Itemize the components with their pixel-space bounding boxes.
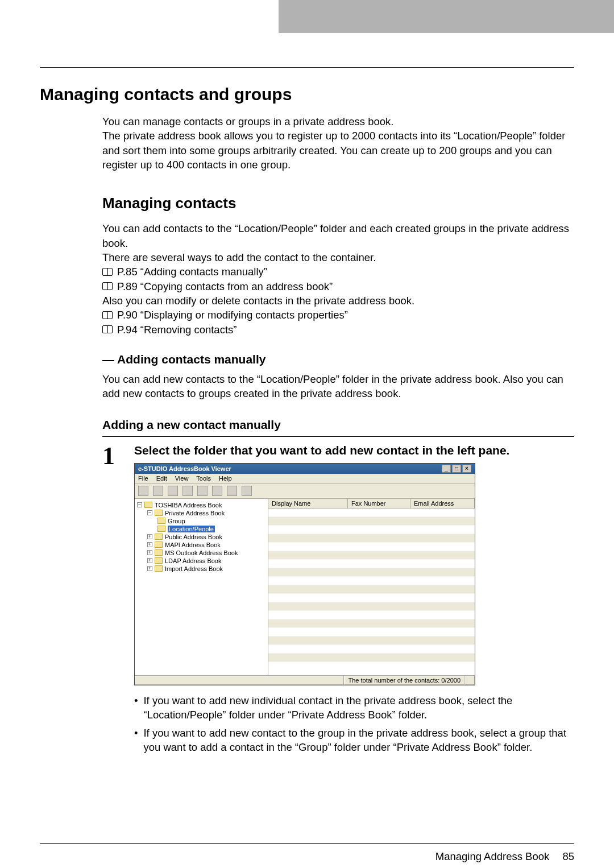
- bullet-item: If you want to add new individual contac…: [134, 693, 574, 722]
- menu-item[interactable]: Edit: [156, 475, 167, 482]
- toolbar-icon[interactable]: [153, 486, 163, 496]
- tree-item[interactable]: +Import Address Book: [137, 565, 265, 573]
- paragraph: Also you can modify or delete contacts i…: [102, 294, 574, 308]
- paragraph: There are several ways to add the contac…: [102, 250, 574, 264]
- column-header[interactable]: Display Name: [268, 499, 348, 508]
- page-footer: Managing Address Book 85: [40, 843, 574, 863]
- menu-item[interactable]: Help: [219, 475, 232, 482]
- column-header[interactable]: Fax Number: [348, 499, 410, 508]
- book-icon: [102, 325, 113, 333]
- intro-paragraph: You can manage contacts or groups in a p…: [102, 114, 574, 172]
- tree-item[interactable]: +Public Address Book: [137, 533, 265, 541]
- menu-bar: File Edit View Tools Help: [135, 474, 475, 483]
- status-bar: The total number of the contacts: 0/2000: [135, 675, 475, 685]
- toolbar-icon[interactable]: [242, 486, 252, 496]
- step-divider: [102, 436, 574, 437]
- tree-item[interactable]: +MAPI Address Book: [137, 541, 265, 549]
- crossref-text: P.89 “Copying contacts from an address b…: [117, 279, 333, 294]
- procedure-h4: Adding a new contact manually: [102, 418, 574, 432]
- close-button[interactable]: ×: [462, 465, 471, 473]
- book-icon: [102, 311, 113, 319]
- subsection-h3: — Adding contacts manually: [102, 353, 574, 366]
- list-rows: [268, 509, 475, 662]
- menu-item[interactable]: Tools: [196, 475, 211, 482]
- toolbar-icon[interactable]: [168, 486, 178, 496]
- crossref-text: P.94 “Removing contacts”: [117, 323, 237, 337]
- toolbar: [135, 483, 475, 499]
- minimize-button[interactable]: _: [442, 465, 451, 473]
- tree-item-selected[interactable]: Location/People: [137, 525, 265, 533]
- step-title: Select the folder that you want to add n…: [134, 444, 574, 457]
- window-title: e-STUDIO AddressBook Viewer: [138, 465, 231, 472]
- footer-label: Managing Address Book: [435, 850, 550, 862]
- crossref: P.85 “Adding contacts manually”: [102, 264, 574, 279]
- book-icon: [102, 268, 113, 276]
- window-titlebar[interactable]: e-STUDIO AddressBook Viewer _ □ ×: [135, 464, 475, 474]
- tree-item[interactable]: Group: [137, 517, 265, 525]
- crossref-text: P.90 “Displaying or modifying contacts p…: [117, 308, 348, 322]
- tree-pane[interactable]: −TOSHIBA Address Book −Private Address B…: [135, 499, 268, 675]
- menu-item[interactable]: View: [175, 475, 189, 482]
- toolbar-icon[interactable]: [212, 486, 222, 496]
- menu-item[interactable]: File: [138, 475, 148, 482]
- crossref: P.89 “Copying contacts from an address b…: [102, 279, 574, 294]
- top-divider: [40, 67, 574, 68]
- toolbar-icon[interactable]: [138, 486, 148, 496]
- toolbar-icon[interactable]: [197, 486, 208, 496]
- bullet-item: If you want to add new contact to the gr…: [134, 726, 574, 755]
- tree-item[interactable]: −Private Address Book: [137, 509, 265, 517]
- crossref: P.90 “Displaying or modifying contacts p…: [102, 308, 574, 322]
- tree-item[interactable]: +LDAP Address Book: [137, 557, 265, 565]
- header-band: [0, 0, 614, 33]
- toolbar-icon[interactable]: [227, 486, 237, 496]
- page-heading-h1: Managing contacts and groups: [40, 85, 574, 104]
- list-pane[interactable]: Display Name Fax Number Email Address: [268, 499, 475, 675]
- crossref: P.94 “Removing contacts”: [102, 323, 574, 337]
- crossref-text: P.85 “Adding contacts manually”: [117, 264, 267, 279]
- section-h2: Managing contacts: [102, 195, 574, 212]
- tree-item[interactable]: −TOSHIBA Address Book: [137, 501, 265, 509]
- maximize-button[interactable]: □: [452, 465, 461, 473]
- tree-item[interactable]: +MS Outlook Address Book: [137, 549, 265, 557]
- paragraph: You can add contacts to the “Location/Pe…: [102, 221, 574, 250]
- book-icon: [102, 282, 113, 290]
- status-text: The total number of the contacts: 0/2000: [344, 676, 464, 685]
- toolbar-icon[interactable]: [182, 486, 193, 496]
- step-number: 1: [102, 444, 125, 758]
- column-header[interactable]: Email Address: [410, 499, 475, 508]
- app-window: e-STUDIO AddressBook Viewer _ □ × File E…: [134, 463, 475, 685]
- footer-page-number: 85: [562, 850, 574, 862]
- paragraph: You can add new contacts to the “Locatio…: [102, 372, 574, 401]
